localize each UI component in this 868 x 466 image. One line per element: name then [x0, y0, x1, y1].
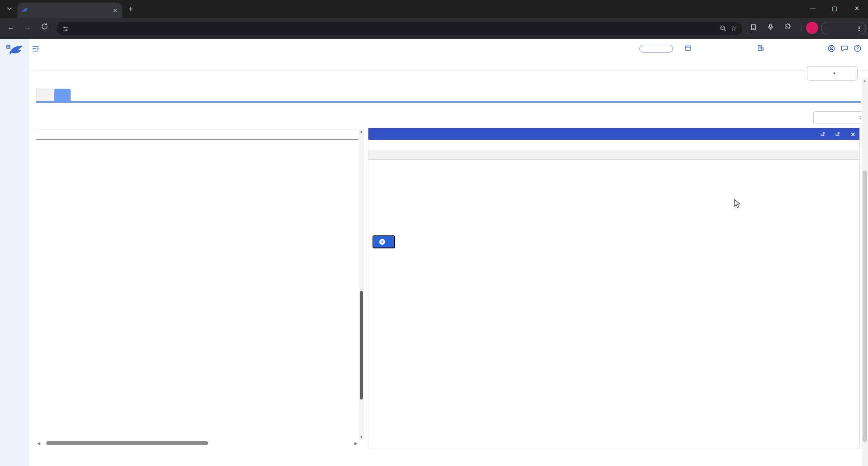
- scroll-up-icon[interactable]: ▲: [862, 79, 868, 83]
- general-ledger-link[interactable]: [835, 132, 842, 137]
- new-tab-button[interactable]: +: [129, 5, 133, 14]
- window-maximize-button[interactable]: ▢: [832, 5, 837, 12]
- breakdown-subcolumns: [368, 150, 859, 160]
- tab-close-icon[interactable]: ✕: [113, 7, 118, 14]
- mouse-cursor: [734, 199, 742, 209]
- caret-down-icon: ▼: [833, 71, 836, 76]
- sidebar-toggle-icon[interactable]: [31, 44, 40, 53]
- calendar-icon: [684, 44, 692, 52]
- toolbar-separator: [801, 24, 801, 33]
- header-divider: [29, 71, 868, 71]
- trend-table-header: [36, 129, 358, 140]
- browser-menu-icon[interactable]: ⋮: [856, 25, 862, 32]
- extensions-icon[interactable]: [784, 23, 792, 31]
- trend-horizontal-scrollbar[interactable]: ◀ ▶: [36, 441, 358, 446]
- trend-vertical-scrollbar[interactable]: ▲ ▼: [359, 129, 364, 440]
- url-bar[interactable]: ☆: [57, 22, 742, 35]
- browser-profile-chip[interactable]: ⋮: [821, 22, 866, 35]
- tab-balance-sheet[interactable]: [54, 89, 71, 101]
- company-switcher[interactable]: [757, 44, 767, 52]
- tab-underline: [36, 101, 861, 103]
- add-transaction-button[interactable]: +: [372, 235, 395, 248]
- browser-avatar[interactable]: [806, 22, 818, 34]
- app-window: ▼ ▲▼ ▲ ▼ ◀ ▶: [0, 39, 868, 466]
- chat-icon[interactable]: [840, 44, 849, 52]
- browser-toolbar: ← → ☆ ⋮: [0, 18, 868, 39]
- export-button[interactable]: ▼: [807, 66, 858, 81]
- scrollbar-thumb[interactable]: [360, 291, 363, 399]
- close-icon[interactable]: ×: [851, 130, 855, 138]
- scroll-right-icon[interactable]: ▶: [354, 441, 358, 446]
- window-close-button[interactable]: ✕: [854, 5, 859, 12]
- breakdown-panel-header: ×: [368, 128, 859, 140]
- scrollbar-thumb[interactable]: [863, 171, 867, 442]
- trend-table: [36, 129, 358, 437]
- sidebar: [0, 39, 29, 466]
- scrollbar-thumb[interactable]: [46, 441, 208, 445]
- freee-logo[interactable]: [6, 43, 24, 57]
- forward-button[interactable]: →: [24, 24, 31, 32]
- report-tabs: [36, 89, 71, 101]
- plan-badge: [639, 45, 673, 52]
- help-icon[interactable]: [854, 44, 862, 52]
- back-button[interactable]: ←: [7, 24, 14, 32]
- scroll-up-icon[interactable]: ▲: [359, 129, 364, 133]
- breakdown-panel: × +: [368, 128, 860, 448]
- display-unit-select[interactable]: ▲▼: [813, 111, 866, 124]
- screen: ✕ + — ▢ ✕ ← → ☆: [0, 0, 868, 466]
- reload-button[interactable]: [41, 23, 48, 30]
- journal-list-link[interactable]: [820, 132, 827, 137]
- tab-search-icon[interactable]: [6, 5, 13, 12]
- breakdown-columns: [368, 140, 859, 150]
- reading-mode-icon[interactable]: [750, 24, 757, 31]
- site-info-icon[interactable]: [62, 25, 69, 32]
- window-minimize-button[interactable]: —: [810, 5, 816, 12]
- freee-favicon: [22, 7, 29, 14]
- microphone-icon[interactable]: [767, 23, 774, 31]
- scroll-left-icon[interactable]: ◀: [37, 441, 40, 446]
- zoom-icon[interactable]: [720, 25, 727, 32]
- browser-tabstrip: ✕ + — ▢ ✕: [0, 0, 868, 18]
- scroll-down-icon[interactable]: ▼: [359, 435, 364, 439]
- company-icon: [757, 44, 764, 52]
- page-scrollbar[interactable]: ▲ ▼: [862, 78, 868, 466]
- bookmark-star-icon[interactable]: ☆: [731, 24, 737, 33]
- tab-profit-loss[interactable]: [36, 89, 53, 101]
- fiscal-period[interactable]: [684, 44, 694, 52]
- browser-tab[interactable]: ✕: [17, 3, 122, 18]
- account-icon[interactable]: [827, 44, 835, 52]
- plus-circle-icon: +: [379, 239, 385, 245]
